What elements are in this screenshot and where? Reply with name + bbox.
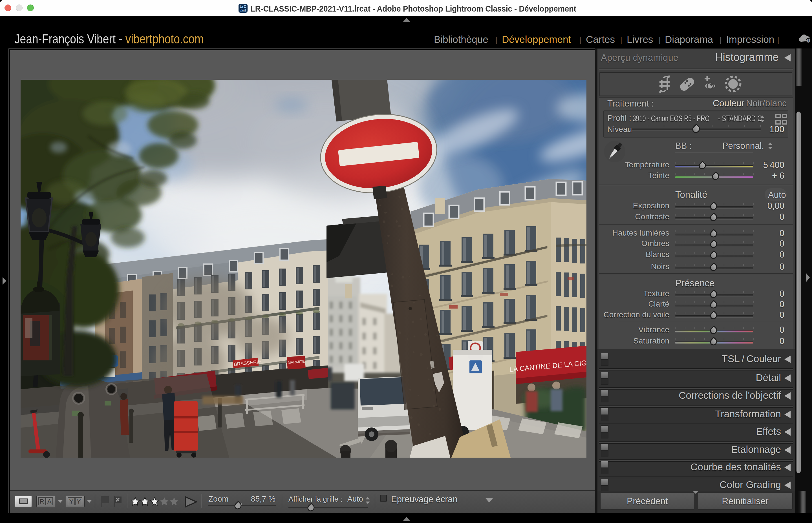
svg-text:!: ! — [808, 39, 809, 43]
